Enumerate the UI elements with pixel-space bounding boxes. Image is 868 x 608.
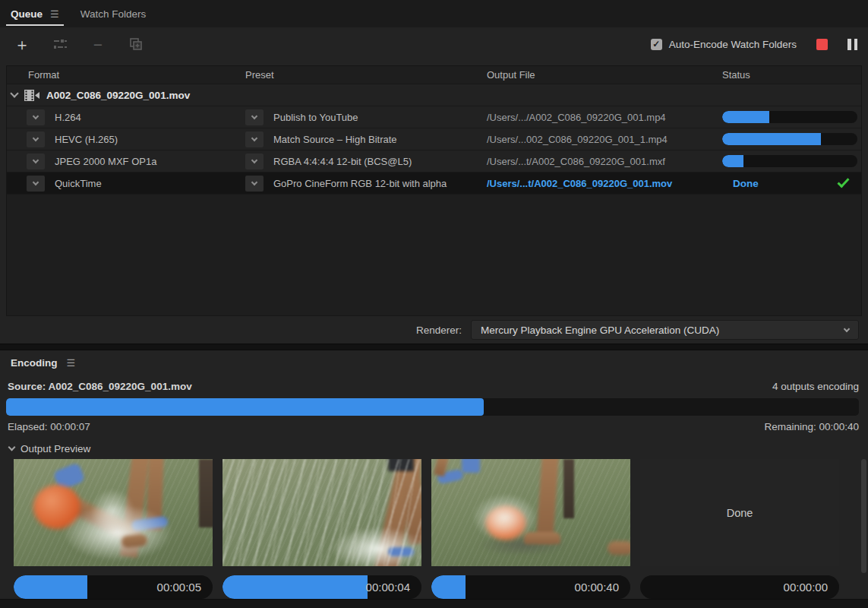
sliders-icon bbox=[53, 38, 68, 50]
preset-value[interactable]: Match Source – High Bitrate bbox=[273, 134, 397, 145]
preset-value[interactable]: RGBA 4:4:4:4 12-bit (BCS@L5) bbox=[273, 156, 412, 167]
output-previews: Done bbox=[0, 459, 868, 566]
status-done-label: Done bbox=[722, 178, 759, 189]
source-collapse-chevron-icon[interactable] bbox=[10, 89, 18, 97]
header-output-file: Output File bbox=[487, 69, 722, 81]
header-preset: Preset bbox=[245, 69, 487, 81]
queue-panel-menu-icon[interactable]: ☰ bbox=[50, 8, 59, 20]
panel-divider[interactable] bbox=[0, 344, 868, 350]
preview-thumbnail-1 bbox=[14, 459, 213, 566]
queue-table: Format Preset Output File Status A002_C0… bbox=[6, 65, 862, 316]
pause-queue-button[interactable] bbox=[847, 39, 857, 50]
header-status: Status bbox=[722, 69, 861, 81]
elapsed-time: Elapsed: 00:00:07 bbox=[8, 421, 90, 432]
output-file-link[interactable]: /Users/...t/A002_C086_09220G_001.mov bbox=[487, 178, 722, 189]
art bbox=[199, 459, 213, 527]
queue-row[interactable]: JPEG 2000 MXF OP1a RGBA 4:4:4:4 12-bit (… bbox=[7, 150, 861, 173]
preview-progress-bar-1: 00:00:05 bbox=[14, 575, 213, 599]
preset-value[interactable]: Publish to YouTube bbox=[273, 112, 358, 123]
row-progress-bar bbox=[722, 133, 857, 145]
art bbox=[462, 459, 480, 473]
remove-button[interactable]: − bbox=[88, 35, 108, 53]
preview-progress-bar-4: 00:00:00 bbox=[640, 575, 839, 599]
output-preview-chevron-icon[interactable] bbox=[8, 444, 16, 451]
format-dropdown-button[interactable] bbox=[27, 154, 45, 169]
queue-table-header: Format Preset Output File Status bbox=[7, 66, 861, 84]
queue-row-done[interactable]: QuickTime GoPro CineForm RGB 12-bit with… bbox=[7, 173, 861, 195]
overall-progress-bar bbox=[6, 398, 859, 416]
renderer-selected-value: Mercury Playback Engine GPU Acceleration… bbox=[481, 325, 838, 336]
preview-scrollbar[interactable] bbox=[861, 459, 866, 573]
queue-toolbar: ＋ − ✓ Auto-Encode Watch Folders bbox=[0, 27, 868, 61]
preview-progress-row: 00:00:05 00:00:04 00:00:40 00:00:00 bbox=[0, 566, 868, 599]
preview-time-2: 00:00:04 bbox=[366, 575, 410, 599]
format-value[interactable]: JPEG 2000 MXF OP1a bbox=[55, 156, 156, 167]
renderer-chevron-icon bbox=[844, 326, 850, 332]
format-value[interactable]: H.264 bbox=[55, 112, 81, 123]
plus-icon: ＋ bbox=[14, 36, 30, 52]
format-value[interactable]: HEVC (H.265) bbox=[55, 134, 118, 145]
art bbox=[608, 541, 630, 555]
output-file-path[interactable]: /Users/...002_C086_09220G_001_1.mp4 bbox=[487, 134, 722, 145]
duplicate-icon bbox=[129, 37, 143, 51]
queue-tabbar: Queue ☰ Watch Folders bbox=[0, 0, 868, 27]
encoding-source-name: Source: A002_C086_09220G_001.mov bbox=[8, 381, 192, 392]
art bbox=[90, 488, 135, 534]
encoding-panel-menu-icon[interactable]: ☰ bbox=[67, 357, 76, 369]
window-bottom-edge bbox=[0, 599, 868, 608]
renderer-label: Renderer: bbox=[416, 325, 462, 336]
renderer-row: Renderer: Mercury Playback Engine GPU Ac… bbox=[0, 316, 868, 344]
art bbox=[471, 492, 539, 543]
output-file-path[interactable]: /Users/.../A002_C086_09220G_001.mp4 bbox=[487, 112, 722, 123]
encoding-times: Elapsed: 00:00:07 Remaining: 00:00:40 bbox=[0, 416, 868, 435]
preset-settings-button[interactable] bbox=[50, 35, 70, 53]
auto-encode-checkbox-group[interactable]: ✓ Auto-Encode Watch Folders bbox=[651, 39, 797, 50]
format-value[interactable]: QuickTime bbox=[55, 178, 102, 189]
queue-empty-area bbox=[7, 195, 861, 315]
renderer-select[interactable]: Mercury Playback Engine GPU Acceleration… bbox=[471, 320, 859, 340]
preview-done-label: Done bbox=[727, 507, 753, 519]
art bbox=[563, 459, 574, 518]
duplicate-button[interactable] bbox=[126, 35, 146, 53]
tab-queue[interactable]: Queue ☰ bbox=[11, 0, 59, 27]
row-progress-bar bbox=[722, 111, 857, 123]
auto-encode-label: Auto-Encode Watch Folders bbox=[669, 39, 797, 50]
tab-queue-label: Queue bbox=[11, 8, 43, 20]
preset-dropdown-button[interactable] bbox=[245, 131, 264, 147]
stop-queue-button[interactable] bbox=[816, 39, 828, 50]
minus-icon: − bbox=[93, 36, 103, 52]
preset-dropdown-button[interactable] bbox=[245, 109, 264, 125]
queue-row[interactable]: HEVC (H.265) Match Source – High Bitrate… bbox=[7, 128, 861, 150]
preview-time-4: 00:00:00 bbox=[784, 575, 828, 599]
tab-watch-folders-label: Watch Folders bbox=[80, 8, 147, 20]
preview-thumbnail-3 bbox=[431, 459, 630, 566]
outputs-encoding-count: 4 outputs encoding bbox=[772, 381, 859, 392]
video-file-icon bbox=[24, 89, 40, 102]
output-preview-label: Output Preview bbox=[21, 443, 90, 454]
encoding-title: Encoding bbox=[11, 357, 58, 369]
format-dropdown-button[interactable] bbox=[27, 176, 45, 192]
media-encoder-window: Queue ☰ Watch Folders ＋ − bbox=[0, 0, 868, 608]
preview-progress-bar-3: 00:00:40 bbox=[431, 575, 630, 599]
format-dropdown-button[interactable] bbox=[27, 131, 45, 147]
preview-thumbnail-2 bbox=[223, 459, 421, 566]
tab-watch-folders[interactable]: Watch Folders bbox=[80, 0, 147, 27]
preview-thumbnail-4-done: Done bbox=[640, 459, 839, 566]
row-progress-bar bbox=[722, 155, 857, 167]
preset-value[interactable]: GoPro CineForm RGB 12-bit with alpha bbox=[273, 178, 447, 189]
source-row[interactable]: A002_C086_09220G_001.mov bbox=[7, 84, 861, 106]
preview-time-3: 00:00:40 bbox=[575, 575, 619, 599]
add-source-button[interactable]: ＋ bbox=[12, 35, 32, 53]
source-file-name: A002_C086_09220G_001.mov bbox=[46, 90, 190, 101]
output-file-path[interactable]: /Users/...t/A002_C086_09220G_001.mxf bbox=[487, 156, 722, 167]
remaining-time: Remaining: 00:00:40 bbox=[764, 421, 859, 432]
output-preview-header[interactable]: Output Preview bbox=[0, 435, 868, 459]
preset-dropdown-button[interactable] bbox=[245, 176, 264, 192]
encoding-source-line: Source: A002_C086_09220G_001.mov 4 outpu… bbox=[0, 375, 868, 397]
auto-encode-checkbox[interactable]: ✓ bbox=[651, 39, 662, 50]
art bbox=[223, 459, 421, 566]
format-dropdown-button[interactable] bbox=[27, 109, 45, 125]
queue-row[interactable]: H.264 Publish to YouTube /Users/.../A002… bbox=[7, 106, 861, 128]
encoding-panel-header: Encoding ☰ bbox=[0, 350, 868, 375]
preset-dropdown-button[interactable] bbox=[245, 154, 264, 169]
